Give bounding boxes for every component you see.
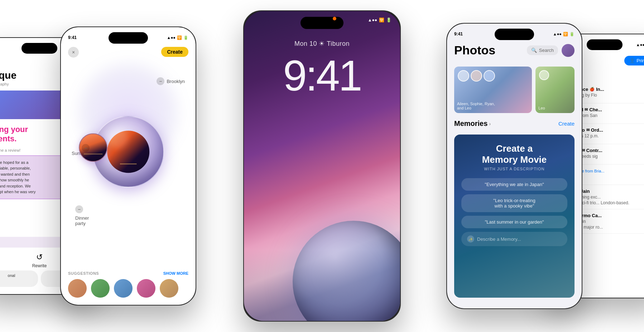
p2-suggestions-area: SUGGESTIONS SHOW MORE xyxy=(61,267,196,305)
p3-signal-icon: ▲●● xyxy=(368,18,377,23)
p2-suggestion-avatar-5[interactable] xyxy=(160,279,178,298)
p4-face-3 xyxy=(484,70,495,82)
p2-dinner-group: − Dinner party xyxy=(75,205,89,226)
p4-prompt-1[interactable]: "Everything we ate in Japan" xyxy=(461,178,567,191)
p2-battery-icon: 🔋 xyxy=(183,35,188,40)
p2-avatar-row xyxy=(68,279,188,298)
p4-create-button[interactable]: Create xyxy=(558,121,575,127)
p4-search-icon: 🔍 xyxy=(531,48,537,53)
p1-dynamic-island xyxy=(21,43,57,54)
p3-bottom-gradient xyxy=(244,249,400,321)
scene: 9:41 ▲●● 📶 🔋 lerque Photography turi xyxy=(0,0,644,332)
p4-signal-icon: ▲●● xyxy=(553,32,562,36)
p2-brooklyn-minus[interactable]: − xyxy=(157,77,164,85)
p4-describe-icon: ✨ xyxy=(467,235,474,243)
p2-time: 9:41 xyxy=(68,35,77,40)
p4-photo-main[interactable]: Aileen, Sophie, Ryan,and Leo xyxy=(454,67,532,113)
p2-suggestion-avatar-3[interactable] xyxy=(114,279,133,298)
phone-lockscreen: ▲●● 🛜 🔋 Mon 10 ☀ Tiburon 9:41 xyxy=(243,10,401,322)
p4-dynamic-island xyxy=(495,29,534,40)
p4-time: 9:41 xyxy=(454,31,463,36)
p4-describe-input[interactable]: ✨ Describe a Memory... xyxy=(461,232,567,246)
p1-rewrite-icon: ↺ xyxy=(36,253,43,262)
p3-dynamic-island xyxy=(301,17,343,29)
p4-photo-main-label: Aileen, Sophie, Ryan,and Leo xyxy=(457,102,495,110)
p4-battery-icon: 🔋 xyxy=(569,32,575,36)
p4-search-button[interactable]: 🔍 Search xyxy=(527,45,558,55)
p4-memories-header: Memories › Create xyxy=(454,119,575,128)
p1-rewrite-label[interactable]: Rewrite xyxy=(32,263,47,268)
p5-signal-icon: ▲●● xyxy=(636,43,644,47)
p2-suggestion-avatar-2[interactable] xyxy=(91,279,110,298)
p2-dinner-minus[interactable]: − xyxy=(75,205,83,213)
p4-memory-card-subtitle: WITH JUST A DESCRIPTION xyxy=(461,167,567,171)
p4-memory-card-title: Create aMemory Movie xyxy=(461,143,567,165)
p2-dinner-label: Dinner party xyxy=(75,215,89,226)
p5-primary-label: Primary xyxy=(636,58,644,63)
p3-camera-dot xyxy=(333,17,336,20)
p2-suggestions-header: SUGGESTIONS SHOW MORE xyxy=(68,271,188,275)
p2-show-more-btn[interactable]: SHOW MORE xyxy=(163,271,188,275)
p4-memories-title: Memories › xyxy=(454,119,491,128)
phone-photos: 9:41 ▲●● 🛜 🔋 Photos 🔍 Search xyxy=(446,23,582,309)
p4-prompt-2[interactable]: "Leo trick-or-treatingwith a spooky vibe… xyxy=(461,194,567,212)
p2-brooklyn-group: − Brooklyn xyxy=(157,77,185,85)
p4-describe-placeholder: Describe a Memory... xyxy=(477,236,521,242)
phone-messages: 9:41 ▲●● 🛜 🔋 × Create − Brooklyn xyxy=(60,26,196,306)
p2-signal-icon: ▲●● xyxy=(167,35,176,40)
p4-face-2 xyxy=(471,70,482,82)
p4-title: Photos xyxy=(454,43,495,57)
p3-time: 9:41 xyxy=(244,54,400,97)
p2-sunset-group: − Sunset xyxy=(72,148,86,156)
p4-header: Photos 🔍 Search xyxy=(447,43,582,57)
p2-orb-highlight xyxy=(107,127,128,148)
p4-actions: 🔍 Search xyxy=(527,44,575,57)
p2-suggestion-avatar-4[interactable] xyxy=(137,279,155,298)
p4-face-leo xyxy=(539,70,549,80)
p2-suggestions-title: SUGGESTIONS xyxy=(68,271,99,275)
p5-dynamic-island xyxy=(587,39,623,50)
p4-memories-chevron-icon: › xyxy=(489,121,491,127)
p3-date-weather: Mon 10 ☀ Tiburon xyxy=(244,40,400,48)
p2-brooklyn-label: Brooklyn xyxy=(167,79,185,84)
p4-prompt-3[interactable]: "Last summer in our garden" xyxy=(461,216,567,228)
p2-dynamic-island xyxy=(109,32,148,44)
p4-memory-card: Create aMemory Movie WITH JUST A DESCRIP… xyxy=(454,135,575,298)
p4-avatar-button[interactable] xyxy=(562,44,575,57)
p4-face-1 xyxy=(458,70,469,82)
p5-primary-person-icon: 👤 xyxy=(629,58,635,63)
p3-status-icons: ▲●● 🛜 🔋 xyxy=(368,18,391,23)
p2-wifi-icon: 🛜 xyxy=(177,35,182,40)
p5-primary-button[interactable]: 👤 Primary xyxy=(624,56,644,65)
p4-photo-secondary-label: Leo xyxy=(538,106,545,110)
p4-search-label: Search xyxy=(539,48,554,53)
p2-create-button[interactable]: Create xyxy=(161,47,188,57)
p3-battery-icon: 🔋 xyxy=(386,18,391,23)
p2-close-button[interactable]: × xyxy=(68,47,79,58)
p4-photo-secondary[interactable]: Leo xyxy=(535,67,575,113)
p4-wifi-icon: 🛜 xyxy=(563,32,568,36)
p3-wifi-icon: 🛜 xyxy=(379,18,384,23)
p4-photo-strip: Aileen, Sophie, Ryan,and Leo Leo xyxy=(454,67,575,113)
p2-suggestion-avatar-1[interactable] xyxy=(68,279,87,298)
p1-bottom-btn-1[interactable]: onal xyxy=(0,270,38,287)
p1-rewrite-section: ↺ Rewrite xyxy=(32,253,47,268)
p2-orbs-area: − Brooklyn xyxy=(61,70,196,233)
